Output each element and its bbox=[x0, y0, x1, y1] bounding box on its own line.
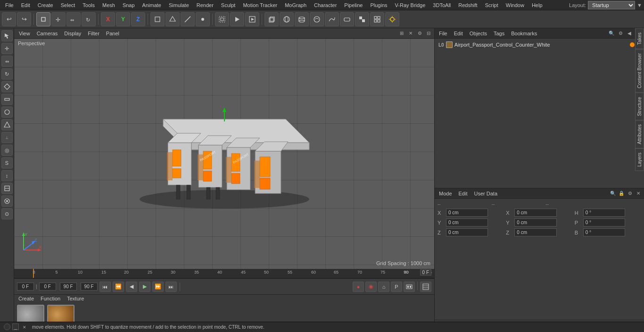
render-view-button[interactable] bbox=[230, 12, 244, 26]
step-back-button[interactable]: ⏪ bbox=[113, 282, 124, 292]
vp-grid-button[interactable] bbox=[370, 12, 384, 26]
tab-structure[interactable]: Structure bbox=[635, 93, 644, 121]
status-close-icon[interactable]: ✕ bbox=[21, 324, 28, 331]
goto-start-button[interactable]: ⏮ bbox=[99, 282, 111, 292]
object-row-airport[interactable]: L0 Airport_Passport_Control_Counter_Whit… bbox=[437, 40, 642, 49]
obj-config-icon[interactable]: ⚙ bbox=[617, 30, 624, 37]
poly-mode-button[interactable] bbox=[165, 12, 180, 26]
vp-material-button[interactable] bbox=[310, 12, 324, 26]
obj-menu-tags[interactable]: Tags bbox=[491, 30, 507, 37]
vp-grid-icon[interactable]: ⊟ bbox=[425, 30, 432, 37]
tool15-button[interactable]: ⊙ bbox=[1, 208, 13, 219]
tool14-button[interactable] bbox=[1, 195, 13, 207]
attr-x-pos[interactable] bbox=[446, 209, 488, 217]
vp-menu-display[interactable]: Display bbox=[61, 30, 84, 37]
vp-cube-button[interactable] bbox=[264, 12, 279, 26]
tool11-button[interactable]: S bbox=[1, 157, 13, 169]
vp-lock-icon[interactable]: ✕ bbox=[407, 30, 414, 37]
layout-dropdown[interactable]: Startup bbox=[588, 1, 635, 9]
tool12-button[interactable]: ↕ bbox=[1, 170, 13, 181]
menu-character[interactable]: Character bbox=[311, 1, 340, 9]
step-fwd-button[interactable]: ⏩ bbox=[152, 282, 164, 292]
select-tool-button[interactable] bbox=[1, 30, 13, 41]
menu-sculpt[interactable]: Sculpt bbox=[218, 1, 239, 9]
attr-close-icon[interactable]: ✕ bbox=[635, 190, 642, 197]
attr-menu-mode[interactable]: Mode bbox=[437, 190, 454, 197]
play-button[interactable]: ▶ bbox=[139, 282, 150, 292]
vp-expand-icon[interactable]: ⊞ bbox=[398, 30, 405, 37]
goto-end-button[interactable]: ⏭ bbox=[165, 282, 177, 292]
tab-takes[interactable]: Takes bbox=[635, 28, 644, 49]
attr-b-val[interactable] bbox=[583, 228, 625, 236]
attr-y-pos[interactable] bbox=[446, 219, 488, 227]
status-min-icon[interactable]: _ bbox=[12, 324, 19, 330]
vp-menu-panel[interactable]: Panel bbox=[103, 30, 122, 37]
tool9-button[interactable]: ⟂ bbox=[1, 132, 13, 143]
timeline-view-btn[interactable] bbox=[420, 282, 431, 292]
axis-x-button[interactable]: X bbox=[101, 12, 115, 26]
attr-h-val[interactable] bbox=[583, 209, 625, 217]
obj-menu-objects[interactable]: Objects bbox=[467, 30, 489, 37]
start-frame-field[interactable] bbox=[17, 283, 34, 291]
obj-menu-bookmarks[interactable]: Bookmarks bbox=[509, 30, 539, 37]
edge-mode-button[interactable] bbox=[181, 12, 195, 26]
menu-animate[interactable]: Animate bbox=[139, 1, 165, 9]
vp-checker-button[interactable] bbox=[355, 12, 369, 26]
point-mode-button[interactable] bbox=[196, 12, 210, 26]
menu-edit[interactable]: Edit bbox=[18, 1, 33, 9]
menu-script[interactable]: Script bbox=[482, 1, 502, 9]
vp-menu-view[interactable]: View bbox=[16, 30, 33, 37]
move-tool-button[interactable]: ✛ bbox=[1, 43, 13, 54]
key-all-button[interactable]: ⌂ bbox=[378, 282, 389, 292]
auto-key-button[interactable]: ◉ bbox=[365, 282, 377, 292]
rotate-tool-button[interactable]: ↻ bbox=[1, 68, 13, 80]
render-output-button[interactable] bbox=[245, 12, 259, 26]
tool10-button[interactable]: ◎ bbox=[1, 145, 13, 156]
tool7-button[interactable] bbox=[1, 106, 13, 118]
mat-menu-create[interactable]: Create bbox=[16, 295, 36, 302]
tool8-button[interactable] bbox=[1, 119, 13, 130]
render-region-button[interactable] bbox=[215, 12, 229, 26]
menu-mesh[interactable]: Mesh bbox=[99, 1, 118, 9]
end-frame-field-2[interactable] bbox=[81, 283, 98, 291]
attr-menu-edit[interactable]: Edit bbox=[456, 190, 470, 197]
3d-viewport[interactable]: PASSPORT PASSPORT Perspective Grid Spaci… bbox=[14, 39, 434, 269]
vp-sphere-button[interactable] bbox=[280, 12, 294, 26]
menu-simulate[interactable]: Simulate bbox=[165, 1, 192, 9]
obj-search-icon[interactable]: 🔍 bbox=[608, 30, 615, 37]
menu-mograph[interactable]: MoGraph bbox=[281, 1, 310, 9]
tool13-button[interactable] bbox=[1, 183, 13, 194]
axis-y-button[interactable]: Y bbox=[116, 12, 130, 26]
axis-z-button[interactable]: Z bbox=[131, 12, 145, 26]
vp-deformer-button[interactable] bbox=[340, 12, 354, 26]
attr-x2-val[interactable] bbox=[514, 209, 556, 217]
vp-cylinder-button[interactable] bbox=[295, 12, 309, 26]
mode-rotate-button[interactable]: ↻ bbox=[82, 12, 96, 26]
attr-z-pos[interactable] bbox=[446, 228, 488, 236]
vp-spline-button[interactable] bbox=[325, 12, 339, 26]
mode-scale-button[interactable]: ⇔ bbox=[66, 12, 81, 26]
menu-plugins[interactable]: Plugins bbox=[367, 1, 390, 9]
vp-gear-icon[interactable]: ⚙ bbox=[416, 30, 423, 37]
tab-content-browser[interactable]: Content Browser bbox=[635, 49, 644, 92]
attr-config-icon[interactable]: ⚙ bbox=[626, 190, 634, 197]
tool5-button[interactable] bbox=[1, 81, 13, 92]
key-sel-button[interactable]: P bbox=[391, 282, 402, 292]
tab-layers[interactable]: Layers bbox=[635, 148, 644, 171]
attr-lock-icon[interactable]: 🔒 bbox=[618, 190, 625, 197]
attr-z2-val[interactable] bbox=[514, 228, 556, 236]
mode-move-button[interactable]: ✛ bbox=[51, 12, 66, 26]
status-record-icon[interactable] bbox=[4, 324, 10, 330]
tool6-button[interactable] bbox=[1, 94, 13, 105]
menu-render[interactable]: Render bbox=[193, 1, 217, 9]
mat-menu-texture[interactable]: Texture bbox=[65, 295, 86, 302]
menu-select[interactable]: Select bbox=[58, 1, 79, 9]
attr-menu-userdata[interactable]: User Data bbox=[472, 190, 500, 197]
end-frame-field[interactable] bbox=[60, 283, 77, 291]
menu-3dtoall[interactable]: 3DToAll bbox=[429, 1, 454, 9]
attr-p-val[interactable] bbox=[583, 219, 625, 227]
mat-menu-function[interactable]: Function bbox=[38, 295, 63, 302]
obj-menu-file[interactable]: File bbox=[437, 30, 450, 37]
current-frame-input[interactable] bbox=[39, 283, 56, 291]
object-mode-button[interactable] bbox=[150, 12, 165, 26]
